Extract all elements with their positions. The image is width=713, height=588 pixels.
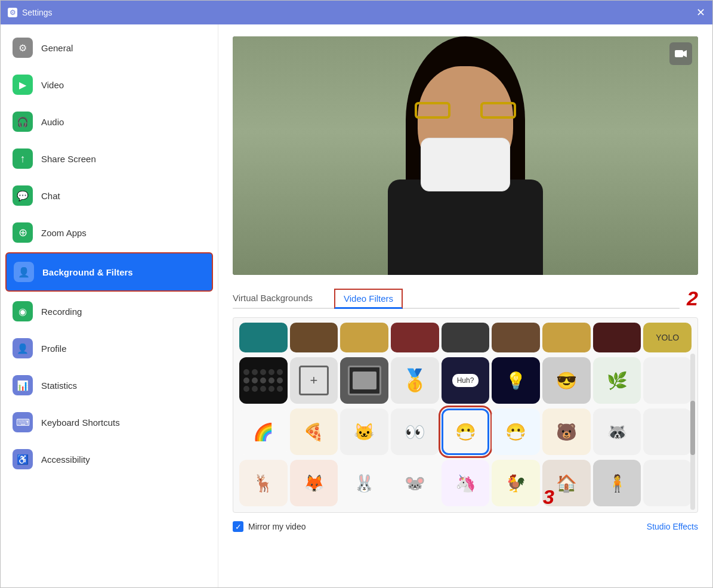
tabs-section: Virtual Backgrounds Video Filters 2 (233, 287, 698, 310)
sidebar-item-video[interactable]: ▶ Video (1, 66, 218, 103)
video-icon: ▶ (13, 75, 33, 95)
sidebar-label-general: General (41, 43, 73, 53)
figure-wrapper (376, 36, 555, 275)
bottom-row: ✓ Mirror my video Studio Effects (233, 521, 698, 532)
step-3-marker: 3 (543, 485, 554, 509)
left-glass (415, 102, 450, 119)
main-content: Virtual Backgrounds Video Filters 2 (218, 24, 712, 587)
filter-top-2[interactable] (290, 323, 338, 352)
filter-top-9[interactable]: YOLO (643, 323, 692, 352)
mirror-checkbox[interactable]: ✓ (233, 521, 243, 532)
filter-empty-3 (643, 460, 692, 506)
sidebar-item-audio[interactable]: 🎧 Audio (1, 103, 218, 140)
person-figure (376, 36, 555, 275)
filter-top-partial-row: YOLO (237, 321, 694, 355)
sidebar-item-keyboard-shortcuts[interactable]: ⌨ Keyboard Shortcuts (1, 404, 218, 441)
filter-huh[interactable]: Huh? (442, 357, 490, 404)
filter-rainbow[interactable]: 🌈 (239, 408, 288, 455)
filter-mask-selected[interactable]: 😷 (442, 408, 490, 455)
filter-cat[interactable]: 🐱 (340, 408, 388, 455)
filter-rabbit[interactable]: 🐰 (340, 460, 388, 506)
sidebar-label-profile: Profile (41, 343, 67, 354)
filter-top-1[interactable] (239, 323, 288, 352)
filter-row-1: + 🥇 Huh? (237, 355, 694, 406)
sidebar-label-chat: Chat (41, 191, 60, 201)
mirror-row: ✓ Mirror my video (233, 521, 305, 532)
filter-medal[interactable]: 🥇 (391, 357, 439, 404)
sidebar: ⚙ General ▶ Video 🎧 Audio ↑ Share Screen… (1, 24, 218, 587)
filter-leaf[interactable]: 🌿 (593, 357, 641, 404)
sidebar-item-background-filters[interactable]: 👤 Background & Filters (5, 252, 213, 292)
filter-grid-outer: YOLO + (233, 317, 698, 513)
sidebar-item-chat[interactable]: 💬 Chat (1, 177, 218, 214)
sidebar-label-audio: Audio (41, 117, 64, 127)
profile-icon: 👤 (13, 338, 33, 358)
chat-icon: 💬 (13, 185, 33, 206)
filter-party[interactable]: 💡 (492, 357, 540, 404)
general-icon: ⚙ (13, 38, 33, 58)
recording-icon: ◉ (13, 301, 33, 321)
filter-unicorn[interactable]: 🦄 (442, 460, 490, 506)
sidebar-item-accessibility[interactable]: ♿ Accessibility (1, 441, 218, 478)
filter-medical-mask[interactable]: 😷 (492, 408, 540, 455)
filter-empty-1 (643, 357, 692, 404)
keyboard-shortcuts-icon: ⌨ (13, 412, 33, 432)
settings-window: Settings ✕ ⚙ General ▶ Video 🎧 Audio ↑ (0, 0, 713, 588)
video-filters-tab[interactable]: Video Filters (334, 289, 403, 309)
filter-top-8[interactable] (593, 323, 641, 352)
filter-top-3[interactable] (340, 323, 388, 352)
settings-window-icon (8, 8, 17, 17)
filter-dots[interactable] (239, 357, 288, 404)
sidebar-label-video: Video (41, 80, 64, 90)
filter-raccoon[interactable]: 🦝 (593, 408, 641, 455)
background-filters-icon: 👤 (14, 262, 34, 282)
filter-pixel[interactable]: 😎 (542, 357, 591, 404)
filter-mouse[interactable]: 🐭 (391, 460, 439, 506)
sidebar-item-statistics[interactable]: 📊 Statistics (1, 367, 218, 404)
filter-plus-frame[interactable]: + (290, 357, 338, 404)
sidebar-item-bg-filters-wrapper: 👤 Background & Filters 1 (1, 251, 218, 293)
filter-fox[interactable]: 🦊 (290, 460, 338, 506)
filter-scrollbar[interactable] (690, 354, 695, 510)
camera-background (233, 36, 698, 275)
sidebar-item-profile[interactable]: 👤 Profile (1, 330, 218, 367)
close-button[interactable]: ✕ (696, 7, 705, 18)
mirror-label: Mirror my video (248, 522, 305, 531)
sidebar-item-recording[interactable]: ◉ Recording (1, 293, 218, 330)
video-filters-tab-label: Video Filters (344, 293, 393, 304)
sidebar-label-accessibility: Accessibility (41, 454, 90, 465)
filter-bear[interactable]: 🐻 (542, 408, 591, 455)
body-shape (388, 180, 543, 275)
svg-rect-0 (675, 50, 683, 57)
filter-eyes[interactable]: 👀 (391, 408, 439, 455)
filter-top-5[interactable] (442, 323, 490, 352)
filter-top-6[interactable] (492, 323, 540, 352)
sidebar-label-recording: Recording (41, 307, 82, 317)
sidebar-label-zoom-apps: Zoom Apps (41, 228, 87, 238)
filter-scrollbar-thumb[interactable] (690, 401, 695, 456)
sidebar-item-general[interactable]: ⚙ General (1, 29, 218, 66)
video-preview (233, 36, 698, 275)
filter-pizza[interactable]: 🍕 (290, 408, 338, 455)
filter-rooster[interactable]: 🐓 3 (492, 460, 540, 506)
title-bar: Settings ✕ (1, 1, 712, 24)
filter-tv[interactable] (340, 357, 388, 404)
filter-deer[interactable]: 🦌 (239, 460, 288, 506)
camera-toggle-button[interactable] (669, 42, 692, 65)
sidebar-item-share-screen[interactable]: ↑ Share Screen (1, 140, 218, 177)
mask-shape (421, 138, 510, 191)
camera-icon (674, 47, 687, 60)
glasses (415, 102, 516, 119)
filter-room2[interactable]: 🧍 (593, 460, 641, 506)
filter-row-3: 🦌 🦊 🐰 🐭 🦄 🐓 3 (237, 457, 694, 509)
studio-effects-link[interactable]: Studio Effects (647, 522, 698, 531)
step-2-marker: 2 (687, 287, 698, 310)
filter-grid-container: YOLO + (233, 317, 698, 513)
filter-row-2: 🌈 🍕 🐱 👀 😷 😷 🐻 🦝 (237, 406, 694, 457)
filter-top-7[interactable] (542, 323, 591, 352)
sidebar-label-share-screen: Share Screen (41, 154, 96, 164)
sidebar-label-keyboard-shortcuts: Keyboard Shortcuts (41, 417, 120, 428)
filter-top-4[interactable] (391, 323, 439, 352)
share-screen-icon: ↑ (13, 148, 33, 169)
sidebar-item-zoom-apps[interactable]: ⊕ Zoom Apps (1, 214, 218, 251)
